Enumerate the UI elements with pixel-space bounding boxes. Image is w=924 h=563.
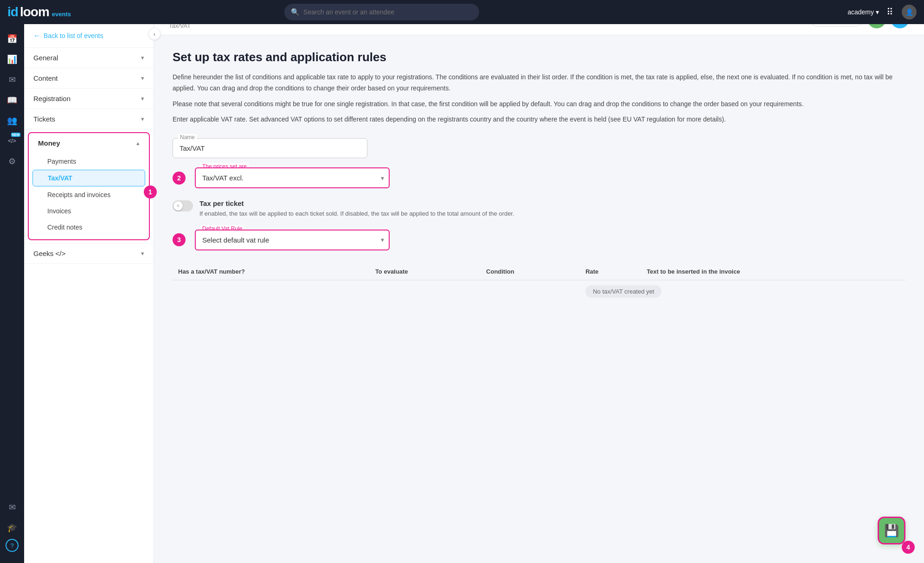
avatar[interactable]: 👤 — [902, 5, 917, 19]
sidebar-item-email[interactable]: ✉ — [3, 70, 21, 89]
chevron-down-icon: ▾ — [141, 54, 144, 61]
nav-section-geeks: Geeks </> ▾ — [24, 243, 154, 264]
tax-table-body: No tax/VAT created yet — [173, 280, 905, 302]
nav-section-content: Content ▾ — [24, 68, 154, 89]
toggle-info: Tax per ticket If enabled, the tax will … — [199, 199, 514, 218]
nav-item-payments[interactable]: Payments — [32, 154, 145, 169]
prices-select[interactable]: Tax/VAT excl. Tax/VAT incl. No tax/VAT — [195, 167, 390, 188]
avatar-icon: 👤 — [905, 8, 913, 16]
nav-tickets-label: Tickets — [33, 115, 55, 123]
search-bar[interactable]: 🔍 — [284, 4, 479, 20]
chevron-down-icon: ▾ — [141, 250, 144, 257]
nav-content-label: Content — [33, 74, 58, 82]
table-header-row: Has a tax/VAT number? To evaluate Condit… — [173, 263, 905, 280]
toggle-desc: If enabled, the tax will be applied to e… — [199, 209, 514, 218]
chevron-down-icon: ▾ — [141, 115, 144, 122]
nav-section-header-general[interactable]: General ▾ — [24, 48, 154, 68]
sidebar-item-book[interactable]: 📖 — [3, 91, 21, 109]
nav-section-header-registration[interactable]: Registration ▾ — [24, 89, 154, 109]
tax-per-ticket-toggle[interactable] — [173, 200, 193, 211]
page-title: Set up tax rates and application rules — [173, 50, 905, 64]
nav-general-label: General — [33, 54, 58, 62]
user-menu[interactable]: academy ▾ — [847, 8, 879, 16]
vat-rule-select-container: Select default vat rule ▾ — [195, 230, 390, 250]
search-icon: 🔍 — [291, 8, 300, 16]
page-desc2: Please note that several conditions migh… — [173, 99, 905, 110]
vat-rule-form-group: 3 Default Vat Rule Select default vat ru… — [173, 230, 905, 250]
search-input[interactable] — [303, 8, 473, 16]
step2-circle: 2 — [173, 172, 186, 185]
back-label: Back to list of events — [44, 32, 103, 39]
nav-section-header-content[interactable]: Content ▾ — [24, 68, 154, 88]
logo-events: events — [52, 11, 71, 18]
nav-section-tickets: Tickets ▾ — [24, 109, 154, 129]
sidebar-item-code[interactable]: </> NEW — [3, 132, 21, 150]
nav-section-money: 1 Money ▴ Payments Tax/VAT Receipts and … — [24, 132, 154, 243]
chevron-up-icon: ▴ — [136, 140, 140, 147]
toggle-knob — [173, 201, 183, 211]
no-tax-badge-cell: No tax/VAT created yet — [580, 280, 905, 302]
vat-rule-select-wrapper: Default Vat Rule Select default vat rule… — [195, 230, 390, 250]
nav-item-creditnotes[interactable]: Credit notes — [32, 219, 145, 235]
back-arrow-icon: ← — [33, 32, 41, 40]
logo: idloom events — [7, 5, 100, 19]
chevron-down-icon: ▾ — [141, 95, 144, 102]
name-label: Name — [178, 134, 197, 141]
no-tax-cell — [173, 280, 580, 302]
nav-item-taxvat[interactable]: Tax/VAT — [32, 170, 145, 186]
icon-sidebar: 📅 📊 ✉ 📖 👥 </> NEW ⚙ ✉ 🎓 ? — [0, 24, 24, 317]
prices-form-group: 2 The prices set are Tax/VAT excl. Tax/V… — [173, 167, 905, 188]
back-to-list-button[interactable]: ← Back to list of events — [24, 24, 154, 48]
money-sub-items: Payments Tax/VAT Receipts and invoices I… — [29, 154, 149, 239]
user-label: academy — [847, 8, 874, 16]
step3-circle: 3 — [173, 233, 186, 246]
sidebar-item-people[interactable]: 👥 — [3, 111, 21, 130]
tax-table-header: Has a tax/VAT number? To evaluate Condit… — [173, 263, 905, 280]
main-content: The Future Of Events Through The Eyes Of… — [154, 0, 924, 317]
prices-select-container: Tax/VAT excl. Tax/VAT incl. No tax/VAT ▾ — [195, 167, 390, 188]
nav-item-receipts[interactable]: Receipts and invoices — [32, 187, 145, 203]
new-badge: NEW — [11, 133, 20, 137]
nav-registration-label: Registration — [33, 95, 71, 102]
step1-circle: 1 — [144, 186, 157, 198]
vat-rule-select[interactable]: Select default vat rule — [195, 230, 390, 250]
sidebar-item-chart[interactable]: 📊 — [3, 50, 21, 69]
table-row: No tax/VAT created yet — [173, 280, 905, 302]
name-input[interactable] — [173, 138, 367, 158]
page-desc3: Enter applicable VAT rate. Set advanced … — [173, 114, 905, 125]
tax-table: Has a tax/VAT number? To evaluate Condit… — [173, 263, 905, 302]
page-desc1: Define hereunder the list of conditions … — [173, 72, 905, 94]
nav-money-text: Money — [38, 139, 60, 147]
chevron-down-icon: ▾ — [141, 75, 144, 82]
navbar: idloom events 🔍 academy ▾ ⠿ 👤 — [0, 0, 924, 24]
nav-section-registration: Registration ▾ — [24, 89, 154, 109]
toggle-row: Tax per ticket If enabled, the tax will … — [173, 199, 905, 218]
logo-id: id — [7, 5, 18, 19]
name-form-group: Name — [173, 138, 905, 158]
sidebar-item-settings[interactable]: ⚙ — [3, 152, 21, 171]
col-to-evaluate: To evaluate — [370, 263, 481, 280]
tax-table-section: Has a tax/VAT number? To evaluate Condit… — [173, 263, 905, 302]
nav-item-invoices[interactable]: Invoices — [32, 203, 145, 219]
col-has-tax: Has a tax/VAT number? — [173, 263, 370, 280]
nav-geeks-label: Geeks </> — [33, 250, 65, 257]
prices-select-wrapper: The prices set are Tax/VAT excl. Tax/VAT… — [195, 167, 390, 188]
nav-section-general: General ▾ — [24, 48, 154, 68]
chevron-down-icon: ▾ — [876, 8, 879, 16]
navbar-right: academy ▾ ⠿ 👤 — [847, 5, 917, 19]
page-body: Set up tax rates and application rules D… — [154, 35, 924, 317]
nav-section-header-geeks[interactable]: Geeks </> ▾ — [24, 243, 154, 263]
nav-panel-toggle[interactable]: ‹ — [148, 28, 160, 40]
logo-loom: loom — [20, 5, 49, 19]
grid-icon[interactable]: ⠿ — [886, 6, 894, 18]
nav-panel: ← Back to list of events General ▾ Conte… — [24, 24, 154, 317]
col-text-invoice: Text to be inserted in the invoice — [641, 263, 905, 280]
no-tax-badge: No tax/VAT created yet — [585, 285, 661, 298]
col-rate: Rate — [580, 263, 641, 280]
col-condition: Condition — [481, 263, 580, 280]
toggle-title: Tax per ticket — [199, 199, 514, 207]
sidebar-item-calendar[interactable]: 📅 — [3, 30, 21, 48]
nav-section-header-money[interactable]: 1 Money ▴ — [29, 133, 149, 153]
nav-section-header-tickets[interactable]: Tickets ▾ — [24, 109, 154, 129]
